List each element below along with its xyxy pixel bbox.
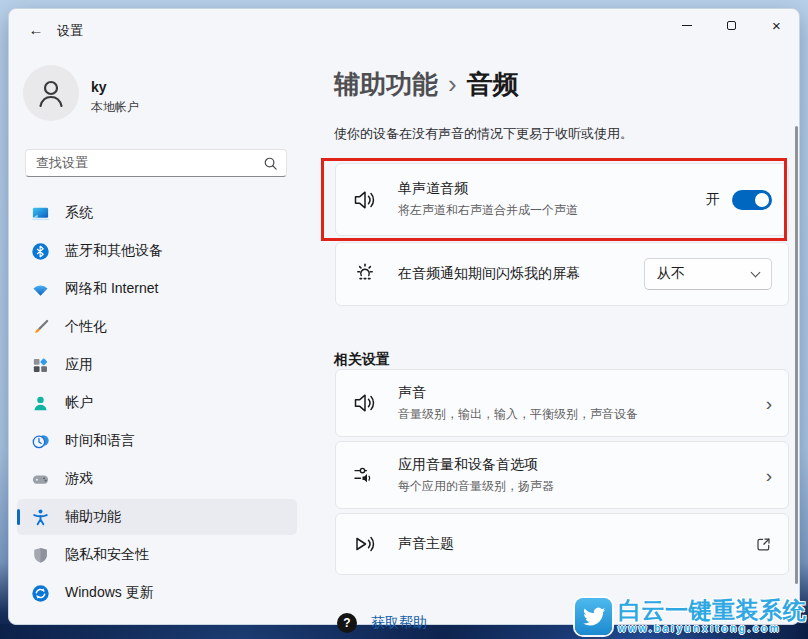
mono-audio-card[interactable]: 单声道音频 将左声道和右声道合并成一个声道 开: [335, 163, 789, 236]
page-title: 音频: [467, 69, 519, 99]
chevron-right-icon: ›: [766, 394, 772, 413]
sidebar-item-apps[interactable]: 应用: [17, 347, 297, 383]
sidebar-item-personalization[interactable]: 个性化: [17, 309, 297, 345]
page-subtitle: 使你的设备在没有声音的情况下更易于收听或使用。: [334, 125, 633, 143]
sidebar-item-label: 网络和 Internet: [65, 280, 158, 298]
external-link-icon: [755, 536, 772, 553]
search-icon: [263, 156, 278, 171]
sidebar-item-gaming[interactable]: 游戏: [17, 461, 297, 497]
sidebar-item-bluetooth-devices[interactable]: 蓝牙和其他设备: [17, 233, 297, 269]
user-name: ky: [91, 79, 107, 95]
user-icon: [34, 76, 68, 110]
sidebar-item-windows-update[interactable]: Windows 更新: [17, 575, 297, 611]
sidebar-item-label: 隐私和安全性: [65, 546, 149, 564]
watermark-url: www.baiyunxitong.com: [618, 623, 781, 634]
sidebar-item-label: 辅助功能: [65, 508, 121, 526]
watermark-bird-logo: [575, 598, 612, 635]
maximize-icon: [727, 21, 736, 30]
flash-screen-dropdown[interactable]: 从不: [644, 258, 772, 290]
get-help-row[interactable]: ? 获取帮助: [337, 613, 427, 633]
breadcrumb-parent[interactable]: 辅助功能: [334, 69, 438, 99]
mono-audio-toggle[interactable]: [732, 190, 772, 210]
sound-theme-title: 声音主题: [398, 535, 755, 553]
selected-indicator: [17, 509, 20, 525]
system-icon: [31, 204, 50, 223]
window-title: 设置: [57, 22, 83, 40]
breadcrumb-separator: ›: [448, 69, 457, 99]
sidebar-item-label: 应用: [65, 356, 93, 374]
bird-icon: [581, 603, 607, 629]
watermark-title: 白云一键重装系统: [618, 598, 806, 622]
minimize-button[interactable]: [664, 9, 709, 41]
back-button[interactable]: ←: [23, 16, 49, 42]
flash-screen-card: 在音频通知期间闪烁我的屏幕 从不: [335, 242, 789, 306]
user-account-type: 本地帐户: [91, 99, 139, 116]
sidebar: 系统 蓝牙和其他设备 网络和 Internet: [9, 193, 305, 613]
maximize-button[interactable]: [709, 9, 754, 41]
sidebar-item-label: 个性化: [65, 318, 107, 336]
shield-icon: [31, 546, 50, 565]
minimize-icon: [682, 25, 692, 26]
sidebar-item-time-language[interactable]: 时间和语言: [17, 423, 297, 459]
sound-title: 声音: [398, 384, 766, 402]
sidebar-item-label: Windows 更新: [65, 584, 154, 602]
chevron-right-icon: ›: [766, 466, 772, 485]
breadcrumb: 辅助功能›音频: [334, 67, 519, 102]
toggle-state-label: 开: [706, 191, 720, 209]
get-help-link[interactable]: 获取帮助: [371, 614, 427, 632]
help-question-icon: ?: [337, 613, 357, 633]
flash-alert-icon: [352, 261, 378, 287]
volume-mixer-icon: [352, 462, 378, 488]
search-input[interactable]: 查找设置: [25, 149, 287, 177]
app-volume-description: 每个应用的音量级别，扬声器: [398, 478, 766, 495]
watermark: 白云一键重装系统 www.baiyunxitong.com: [575, 593, 808, 639]
app-volume-title: 应用音量和设备首选项: [398, 456, 766, 474]
close-icon: ×: [772, 18, 781, 33]
related-settings-header: 相关设置: [334, 351, 390, 369]
mono-audio-description: 将左声道和右声道合并成一个声道: [398, 202, 706, 219]
sidebar-item-label: 蓝牙和其他设备: [65, 242, 163, 260]
sidebar-item-label: 游戏: [65, 470, 93, 488]
window-controls: ×: [664, 9, 799, 41]
scrollbar[interactable]: [795, 126, 798, 584]
sidebar-item-privacy-security[interactable]: 隐私和安全性: [17, 537, 297, 573]
flash-screen-title: 在音频通知期间闪烁我的屏幕: [398, 265, 644, 283]
sidebar-item-system[interactable]: 系统: [17, 195, 297, 231]
toggle-knob: [755, 193, 769, 207]
speaker-icon: [352, 390, 378, 416]
search-placeholder: 查找设置: [36, 154, 263, 172]
sidebar-item-accessibility[interactable]: 辅助功能: [17, 499, 297, 535]
speaker-icon: [352, 187, 378, 213]
chevron-down-icon: [751, 267, 761, 277]
sound-theme-icon: [352, 531, 378, 557]
gamepad-icon: [31, 470, 50, 489]
avatar[interactable]: [23, 65, 79, 121]
sidebar-item-network-internet[interactable]: 网络和 Internet: [17, 271, 297, 307]
sidebar-item-label: 系统: [65, 204, 93, 222]
settings-window: ← 设置 × ky 本地帐户 查找设置: [8, 8, 800, 625]
sidebar-item-label: 时间和语言: [65, 432, 135, 450]
sound-theme-card[interactable]: 声音主题: [335, 513, 789, 575]
sound-description: 音量级别，输出，输入，平衡级别，声音设备: [398, 406, 766, 423]
wifi-icon: [31, 280, 50, 299]
brush-icon: [31, 318, 50, 337]
clock-icon: [31, 432, 50, 451]
sidebar-item-label: 帐户: [65, 394, 93, 412]
sidebar-item-accounts[interactable]: 帐户: [17, 385, 297, 421]
bluetooth-icon: [31, 242, 50, 261]
settings-screen: ← 设置 × ky 本地帐户 查找设置: [0, 0, 808, 639]
accessibility-icon: [31, 508, 50, 527]
mono-audio-title: 单声道音频: [398, 180, 706, 198]
account-person-icon: [31, 394, 50, 413]
dropdown-value: 从不: [657, 265, 752, 283]
update-icon: [31, 584, 50, 603]
sound-settings-card[interactable]: 声音 音量级别，输出，输入，平衡级别，声音设备 ›: [335, 369, 789, 437]
close-button[interactable]: ×: [754, 9, 799, 41]
app-volume-card[interactable]: 应用音量和设备首选项 每个应用的音量级别，扬声器 ›: [335, 441, 789, 509]
apps-icon: [31, 356, 50, 375]
